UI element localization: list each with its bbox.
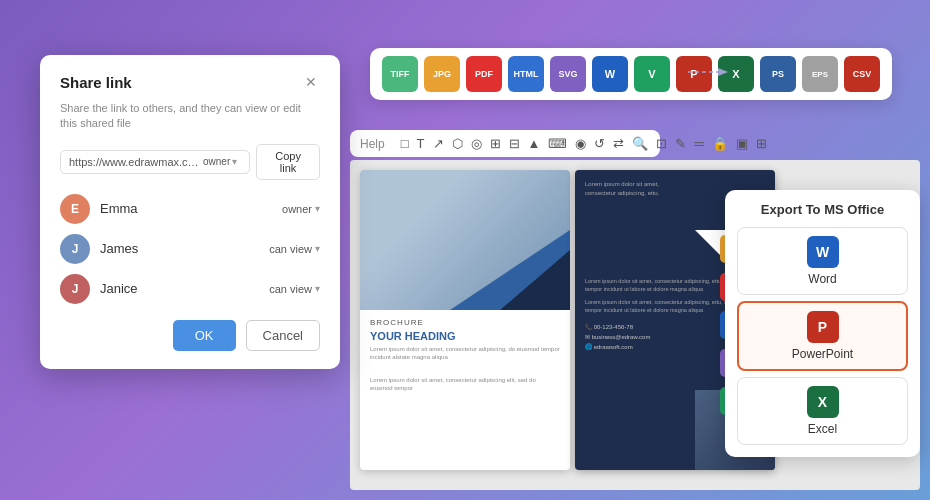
- tool-more[interactable]: ⊞: [756, 136, 767, 151]
- tool-lock[interactable]: 🔒: [712, 136, 728, 151]
- modal-description: Share the link to others, and they can v…: [60, 101, 320, 132]
- toolbar: Help □ T ↗ ⬡ ◎ ⊞ ⊟ ▲ ⌨ ◉ ↺ ⇄ 🔍 ⊡ ✎ ═ 🔒 ▣…: [350, 130, 660, 157]
- link-role-selector[interactable]: owner ▾: [199, 156, 241, 167]
- tool-rect[interactable]: □: [401, 136, 409, 151]
- cancel-button[interactable]: Cancel: [246, 320, 320, 351]
- format-icon-html[interactable]: HTML: [508, 56, 544, 92]
- avatar-janice: J: [60, 274, 90, 304]
- brochure-footer-text: Lorem ipsum dolor sit amet, consectetur …: [370, 376, 560, 393]
- help-label: Help: [360, 137, 385, 151]
- tool-select[interactable]: ⊡: [656, 136, 667, 151]
- format-icon-jpg[interactable]: JPG: [424, 56, 460, 92]
- avatar-james: J: [60, 234, 90, 264]
- export-panel: Export To MS Office W Word P PowerPoint …: [725, 190, 920, 457]
- tool-triangle[interactable]: ▲: [528, 136, 541, 151]
- arrow-decoration: [688, 62, 728, 86]
- user-row-james: J James can view ▾: [60, 234, 320, 264]
- format-bar: TIFF JPG PDF HTML SVG W V P X PS EPS CSV: [370, 48, 892, 100]
- word-icon: W: [807, 236, 839, 268]
- export-word-item[interactable]: W Word: [737, 227, 908, 295]
- excel-label: Excel: [808, 422, 837, 436]
- chevron-down-icon: ▾: [232, 156, 237, 167]
- export-powerpoint-item[interactable]: P PowerPoint: [737, 301, 908, 371]
- format-icon-pdf[interactable]: PDF: [466, 56, 502, 92]
- tool-pen[interactable]: ✎: [675, 136, 686, 151]
- word-label: Word: [808, 272, 836, 286]
- link-input-box: https://www.edrawmax.com/online/fil owne…: [60, 150, 250, 174]
- ok-button[interactable]: OK: [173, 320, 236, 351]
- export-panel-title: Export To MS Office: [737, 202, 908, 217]
- avatar-emma: E: [60, 194, 90, 224]
- brochure-heading: YOUR HEADING: [370, 330, 560, 342]
- user-role-emma[interactable]: owner ▾: [282, 203, 320, 215]
- link-url-text: https://www.edrawmax.com/online/fil: [69, 156, 199, 168]
- tool-swap[interactable]: ⇄: [613, 136, 624, 151]
- tool-minus[interactable]: ⊟: [509, 136, 520, 151]
- powerpoint-icon: P: [807, 311, 839, 343]
- powerpoint-label: PowerPoint: [792, 347, 853, 361]
- modal-footer: OK Cancel: [60, 320, 320, 351]
- user-name-emma: Emma: [100, 201, 272, 216]
- close-icon[interactable]: ✕: [302, 73, 320, 91]
- user-role-james[interactable]: can view ▾: [269, 243, 320, 255]
- export-excel-item[interactable]: X Excel: [737, 377, 908, 445]
- format-icon-visio[interactable]: V: [634, 56, 670, 92]
- format-icon-eps[interactable]: EPS: [802, 56, 838, 92]
- format-icon-svg[interactable]: SVG: [550, 56, 586, 92]
- user-role-janice[interactable]: can view ▾: [269, 283, 320, 295]
- tool-zoom[interactable]: 🔍: [632, 136, 648, 151]
- format-icon-tiff[interactable]: TIFF: [382, 56, 418, 92]
- tool-table[interactable]: ⊞: [490, 136, 501, 151]
- link-row: https://www.edrawmax.com/online/fil owne…: [60, 144, 320, 180]
- tool-curved[interactable]: ◉: [575, 136, 586, 151]
- chevron-icon-janice: ▾: [315, 283, 320, 294]
- brochure-panel-1: BROCHURE YOUR HEADING Lorem ipsum dolor …: [360, 170, 570, 470]
- user-row-emma: E Emma owner ▾: [60, 194, 320, 224]
- tool-text[interactable]: T: [417, 136, 425, 151]
- tool-shape[interactable]: ⬡: [452, 136, 463, 151]
- brochure-tagline: BROCHURE: [370, 318, 560, 327]
- tool-arrow[interactable]: ↗: [433, 136, 444, 151]
- tool-rotate[interactable]: ↺: [594, 136, 605, 151]
- tool-grid[interactable]: ▣: [736, 136, 748, 151]
- svg-marker-1: [718, 68, 728, 76]
- tool-line[interactable]: ═: [694, 136, 703, 151]
- format-icon-word[interactable]: W: [592, 56, 628, 92]
- format-icon-ps[interactable]: PS: [760, 56, 796, 92]
- share-link-modal: Share link ✕ Share the link to others, a…: [40, 55, 340, 369]
- user-name-james: James: [100, 241, 259, 256]
- user-name-janice: Janice: [100, 281, 259, 296]
- chevron-icon-emma: ▾: [315, 203, 320, 214]
- brochure-body-text: Lorem ipsum dolor sit amet, consectetur …: [370, 345, 560, 362]
- user-row-janice: J Janice can view ▾: [60, 274, 320, 304]
- copy-link-button[interactable]: Copy link: [256, 144, 320, 180]
- excel-icon: X: [807, 386, 839, 418]
- chevron-icon-james: ▾: [315, 243, 320, 254]
- modal-title: Share link: [60, 74, 132, 91]
- tool-circle[interactable]: ◎: [471, 136, 482, 151]
- format-icon-csv[interactable]: CSV: [844, 56, 880, 92]
- tool-fill[interactable]: ⌨: [548, 136, 567, 151]
